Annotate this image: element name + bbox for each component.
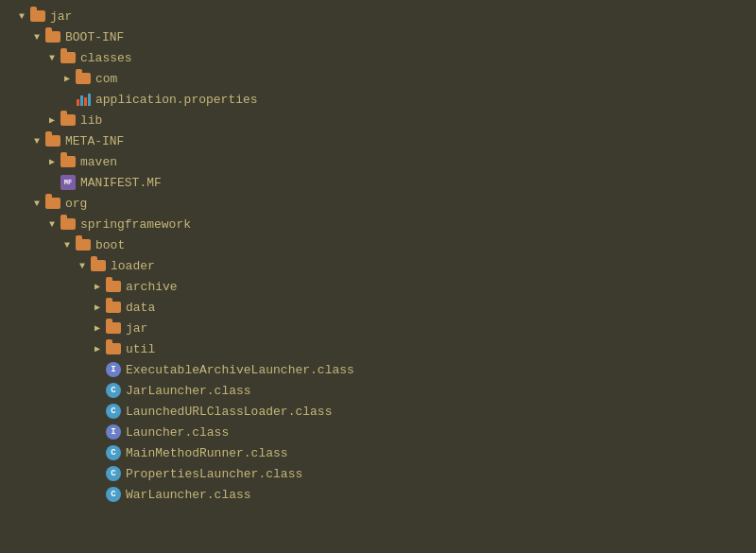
tree-item-application-properties[interactable]: application.properties: [0, 89, 756, 110]
tree-item-label: Launcher.class: [126, 425, 229, 440]
class-icon: C: [106, 383, 121, 398]
tree-item-classes[interactable]: classes: [0, 47, 756, 68]
tree-item-label: maven: [80, 155, 117, 169]
tree-item-launched-url[interactable]: CLaunchedURLClassLoader.class: [0, 401, 756, 422]
properties-icon: [76, 92, 91, 107]
folder-icon: [106, 322, 121, 334]
tree-item-loader[interactable]: loader: [0, 255, 756, 276]
folder-icon: [45, 198, 60, 209]
tree-arrow[interactable]: [60, 240, 74, 251]
tree-item-meta-inf[interactable]: META-INF: [0, 130, 756, 151]
tree-item-label: JarLauncher.class: [126, 384, 251, 398]
tree-arrow[interactable]: [45, 156, 59, 167]
interface-icon: I: [106, 424, 121, 440]
tree-item-com[interactable]: com: [0, 68, 756, 89]
tree-arrow[interactable]: [60, 73, 74, 84]
svg-rect-3: [88, 94, 91, 106]
folder-icon: [76, 73, 91, 84]
tree-item-label: archive: [126, 280, 178, 294]
tree-arrow[interactable]: [91, 343, 104, 354]
tree-item-jar-launcher[interactable]: CJarLauncher.class: [0, 380, 756, 401]
class-icon: C: [106, 466, 121, 481]
tree-arrow[interactable]: [45, 53, 59, 63]
tree-arrow[interactable]: [76, 261, 89, 271]
tree-item-label: ExecutableArchiveLauncher.class: [126, 363, 354, 377]
folder-icon: [76, 239, 91, 251]
tree-item-maven[interactable]: maven: [0, 151, 756, 172]
folder-icon: [106, 302, 121, 313]
tree-arrow[interactable]: [91, 322, 104, 334]
class-icon: C: [106, 404, 121, 419]
folder-icon: [91, 260, 106, 271]
tree-arrow[interactable]: [91, 281, 104, 292]
tree-item-label: MainMethodRunner.class: [126, 446, 288, 460]
tree-item-launcher[interactable]: ILauncher.class: [0, 422, 756, 442]
tree-item-archive[interactable]: archive: [0, 276, 756, 297]
folder-icon: [45, 31, 60, 43]
svg-rect-1: [80, 95, 83, 106]
tree-item-jar2[interactable]: jar: [0, 318, 756, 338]
tree-item-label: util: [126, 342, 155, 356]
tree-item-label: META-INF: [65, 134, 124, 148]
tree-item-label: lib: [80, 113, 102, 128]
tree-item-label: org: [65, 197, 87, 211]
tree-arrow[interactable]: [30, 199, 43, 209]
tree-item-boot[interactable]: boot: [0, 234, 756, 255]
tree-item-label: PropertiesLauncher.class: [126, 467, 302, 481]
folder-icon: [30, 10, 45, 22]
tree-item-label: jar: [126, 321, 147, 336]
tree-item-label: data: [126, 301, 155, 315]
tree-item-label: LaunchedURLClassLoader.class: [126, 405, 332, 419]
tree-item-lib[interactable]: lib: [0, 110, 756, 130]
class-icon: C: [106, 445, 121, 460]
folder-icon: [45, 135, 60, 147]
tree-item-main-method[interactable]: CMainMethodRunner.class: [0, 442, 756, 463]
tree-arrow[interactable]: [30, 136, 43, 147]
tree-item-springframework[interactable]: springframework: [0, 214, 756, 234]
svg-rect-2: [84, 97, 87, 106]
folder-icon: [60, 156, 76, 167]
tree-item-label: WarLauncher.class: [126, 488, 251, 502]
tree-item-executable-archive[interactable]: IExecutableArchiveLauncher.class: [0, 359, 756, 380]
folder-icon: [106, 343, 121, 354]
tree-item-jar[interactable]: jar: [0, 6, 756, 26]
tree-item-util[interactable]: util: [0, 338, 756, 359]
svg-rect-0: [77, 99, 79, 106]
tree-item-org[interactable]: org: [0, 193, 756, 214]
tree-item-data[interactable]: data: [0, 297, 756, 318]
tree-item-properties-launcher[interactable]: CPropertiesLauncher.class: [0, 463, 756, 484]
tree-item-boot-inf[interactable]: BOOT-INF: [0, 26, 756, 47]
tree-item-label: loader: [111, 259, 155, 273]
tree-item-war-launcher[interactable]: CWarLauncher.class: [0, 484, 756, 505]
tree-arrow[interactable]: [91, 302, 104, 313]
file-tree: jarBOOT-INFclassescom application.proper…: [0, 0, 756, 510]
tree-item-label: BOOT-INF: [65, 30, 124, 44]
class-icon: C: [106, 487, 121, 502]
tree-arrow[interactable]: [30, 32, 43, 43]
tree-item-label: jar: [50, 9, 72, 24]
tree-arrow[interactable]: [45, 114, 59, 126]
tree-item-manifest[interactable]: MFMANIFEST.MF: [0, 172, 756, 193]
folder-icon: [106, 281, 121, 292]
tree-arrow[interactable]: [15, 11, 28, 22]
tree-item-label: com: [95, 72, 117, 86]
tree-item-label: application.properties: [95, 93, 258, 107]
tree-item-label: classes: [80, 51, 132, 65]
interface-icon: I: [106, 362, 121, 377]
tree-item-label: MANIFEST.MF: [80, 176, 162, 190]
tree-arrow[interactable]: [45, 219, 59, 230]
folder-icon: [60, 52, 76, 63]
folder-icon: [60, 218, 76, 230]
tree-item-label: boot: [95, 238, 125, 252]
folder-icon: [60, 114, 76, 126]
manifest-icon: MF: [60, 175, 76, 190]
tree-item-label: springframework: [80, 217, 191, 232]
